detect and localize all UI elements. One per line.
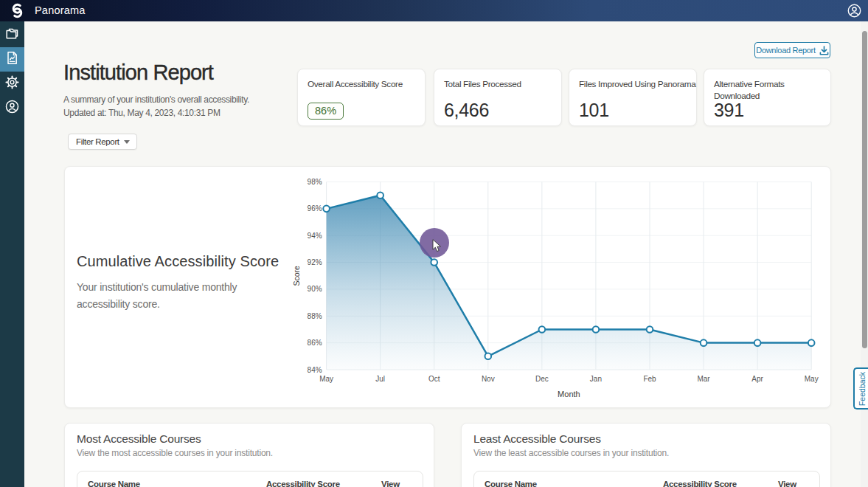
sidebar-item-settings[interactable] bbox=[0, 72, 24, 96]
sidebar-item-reports[interactable] bbox=[0, 47, 24, 72]
institution-report-page: Panorama bbox=[0, 0, 868, 487]
least-accessible-courses-card: Least Accessible Courses View the least … bbox=[461, 423, 831, 487]
column-header-course-name: Course Name bbox=[88, 480, 140, 487]
svg-text:Apr: Apr bbox=[751, 375, 763, 383]
column-header-view: View bbox=[778, 480, 796, 487]
svg-text:May: May bbox=[319, 375, 333, 383]
column-header-view: View bbox=[381, 480, 400, 487]
table-title: Most Accessible Courses bbox=[77, 432, 201, 446]
table-subtitle: View the least accessible courses in you… bbox=[473, 448, 669, 458]
panorama-logo-icon bbox=[10, 3, 25, 18]
stat-card-alt-formats: Alternative Formats Downloaded 391 bbox=[704, 69, 831, 126]
page-title: Institution Report bbox=[63, 61, 213, 85]
settings-gear-icon bbox=[5, 75, 19, 92]
cumulative-score-card: 84%86%88%90%92%94%96%98%MayJulOctNovDecJ… bbox=[64, 166, 831, 408]
stat-label: Files Improved Using Panorama bbox=[579, 79, 690, 91]
sidebar-item-courses[interactable] bbox=[0, 23, 24, 47]
courses-table: Course Name Accessibility Score View bbox=[77, 471, 423, 487]
stat-label: Alternative Formats Downloaded bbox=[714, 79, 802, 102]
column-header-course-name: Course Name bbox=[485, 480, 537, 487]
user-account-icon[interactable] bbox=[847, 4, 861, 18]
stat-value: 101 bbox=[579, 101, 609, 120]
svg-text:84%: 84% bbox=[308, 366, 322, 374]
sidebar bbox=[0, 21, 24, 487]
feedback-label: Feedback bbox=[858, 371, 867, 405]
download-report-button[interactable]: Download Report bbox=[754, 42, 830, 58]
stat-card-files-improved: Files Improved Using Panorama 101 bbox=[569, 69, 697, 126]
chevron-down-icon bbox=[124, 140, 130, 144]
svg-text:92%: 92% bbox=[308, 258, 322, 266]
stat-value: 391 bbox=[714, 101, 744, 120]
top-navigation-bar: Panorama bbox=[0, 0, 868, 21]
download-icon bbox=[819, 46, 829, 55]
stat-card-total-files: Total Files Processed 6,466 bbox=[434, 69, 562, 126]
svg-text:86%: 86% bbox=[308, 339, 322, 347]
svg-text:Score: Score bbox=[292, 266, 301, 286]
table-title: Least Accessible Courses bbox=[473, 432, 601, 446]
svg-text:98%: 98% bbox=[308, 178, 322, 186]
stat-value: 6,466 bbox=[444, 101, 489, 120]
svg-text:Nov: Nov bbox=[482, 375, 495, 383]
scrollbar-thumb[interactable] bbox=[862, 31, 867, 348]
svg-text:88%: 88% bbox=[308, 312, 322, 320]
most-accessible-courses-card: Most Accessible Courses View the most ac… bbox=[64, 423, 434, 487]
chart-title: Cumulative Accessibility Score bbox=[77, 253, 279, 270]
stat-card-overall-score: Overall Accessibility Score 86% bbox=[297, 69, 426, 126]
column-header-accessibility-score: Accessibility Score bbox=[266, 480, 340, 487]
page-updated-line: Updated at: Thu, May 4, 2023, 4:10:31 PM bbox=[63, 107, 249, 120]
svg-text:Month: Month bbox=[558, 390, 580, 398]
stat-label: Overall Accessibility Score bbox=[308, 79, 419, 91]
svg-text:Oct: Oct bbox=[428, 375, 440, 383]
filter-report-button[interactable]: Filter Report bbox=[68, 134, 137, 150]
svg-text:96%: 96% bbox=[308, 204, 322, 213]
reports-document-icon bbox=[5, 51, 19, 68]
svg-text:Dec: Dec bbox=[535, 375, 549, 383]
sidebar-item-account[interactable] bbox=[0, 96, 24, 120]
svg-text:Mar: Mar bbox=[697, 375, 710, 383]
courses-table: Course Name Accessibility Score View bbox=[473, 471, 820, 487]
account-person-icon bbox=[5, 100, 19, 117]
svg-text:Jan: Jan bbox=[590, 375, 602, 383]
table-subtitle: View the most accessible courses in your… bbox=[77, 448, 273, 458]
svg-text:Jul: Jul bbox=[375, 375, 385, 383]
download-report-label: Download Report bbox=[756, 46, 816, 55]
feedback-button[interactable]: Feedback bbox=[853, 367, 868, 410]
overall-score-badge: 86% bbox=[308, 103, 344, 120]
filter-report-label: Filter Report bbox=[76, 137, 119, 146]
column-header-accessibility-score: Accessibility Score bbox=[663, 480, 737, 487]
svg-text:94%: 94% bbox=[308, 232, 322, 240]
svg-text:May: May bbox=[805, 375, 819, 383]
svg-text:90%: 90% bbox=[308, 285, 322, 293]
stat-label: Total Files Processed bbox=[444, 79, 555, 91]
brand-name: Panorama bbox=[35, 0, 86, 21]
page-summary-line: A summary of your institution's overall … bbox=[63, 94, 249, 107]
page-subtitle: A summary of your institution's overall … bbox=[63, 94, 249, 120]
chart-subtitle: Your institution's cumulative monthly ac… bbox=[77, 279, 265, 312]
svg-text:Feb: Feb bbox=[643, 375, 656, 383]
courses-folder-icon bbox=[5, 27, 19, 44]
